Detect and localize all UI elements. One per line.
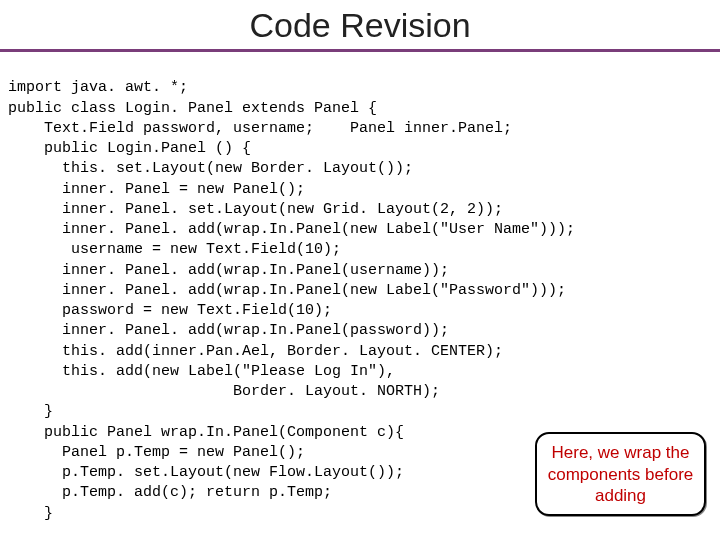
code-line: this. add(new Label("Please Log In"),: [8, 363, 395, 380]
code-line: Border. Layout. NORTH);: [8, 383, 440, 400]
code-line: public class Login. Panel extends Panel …: [8, 100, 377, 117]
code-line: inner. Panel. add(wrap.In.Panel(new Labe…: [8, 282, 566, 299]
code-line: Text.Field password, username; Panel inn…: [8, 120, 512, 137]
code-line: p.Temp. set.Layout(new Flow.Layout());: [8, 464, 404, 481]
slide-title: Code Revision: [0, 0, 720, 52]
code-line: inner. Panel. set.Layout(new Grid. Layou…: [8, 201, 503, 218]
code-line: username = new Text.Field(10);: [8, 241, 341, 258]
code-line: }: [8, 403, 53, 420]
code-line: this. add(inner.Pan.Ael, Border. Layout.…: [8, 343, 503, 360]
code-line: inner. Panel. add(wrap.In.Panel(new Labe…: [8, 221, 575, 238]
code-line: import java. awt. *;: [8, 79, 188, 96]
code-line: }: [8, 505, 53, 522]
code-line: password = new Text.Field(10);: [8, 302, 332, 319]
code-line: inner. Panel. add(wrap.In.Panel(password…: [8, 322, 449, 339]
code-line: inner. Panel. add(wrap.In.Panel(username…: [8, 262, 449, 279]
code-line: p.Temp. add(c); return p.Temp;: [8, 484, 332, 501]
code-line: this. set.Layout(new Border. Layout());: [8, 160, 413, 177]
code-line: public Login.Panel () {: [8, 140, 251, 157]
callout-bubble: Here, we wrap the components before addi…: [535, 432, 706, 516]
code-line: Panel p.Temp = new Panel();: [8, 444, 305, 461]
code-line: inner. Panel = new Panel();: [8, 181, 305, 198]
code-line: public Panel wrap.In.Panel(Component c){: [8, 424, 404, 441]
